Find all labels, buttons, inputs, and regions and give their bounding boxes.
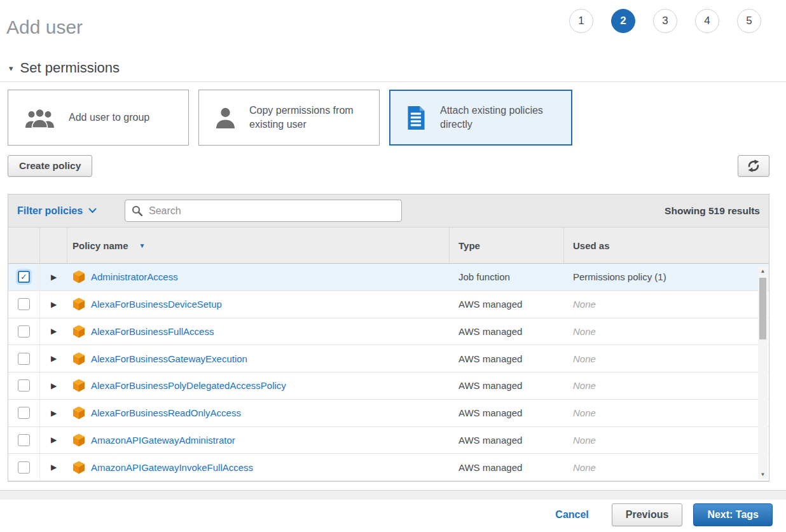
header-policy-name[interactable]: Policy name ▼: [67, 228, 450, 263]
row-checkbox[interactable]: ✓: [18, 434, 30, 446]
expand-row-icon[interactable]: ▶: [51, 409, 57, 418]
row-checkbox[interactable]: ✓: [18, 271, 30, 283]
policy-used-as-cell: None: [564, 407, 769, 418]
search-icon: [132, 205, 142, 216]
row-name-cell: AlexaForBusinessGatewayExecution: [67, 352, 450, 365]
policy-name-link[interactable]: AlexaForBusinessGatewayExecution: [91, 353, 247, 364]
policy-icon: [72, 461, 85, 474]
option-label: Attach existing policies directly: [440, 104, 558, 131]
cancel-button[interactable]: Cancel: [555, 509, 588, 521]
policy-icon: [72, 270, 85, 283]
policy-used-as-cell: Permissions policy (1): [564, 271, 769, 282]
row-select-cell: ✓: [8, 427, 40, 454]
scrollbar-thumb[interactable]: [759, 278, 766, 339]
policy-type-cell: Job function: [450, 271, 564, 282]
row-expand-cell: ▶: [40, 435, 67, 444]
expand-row-icon[interactable]: ▶: [51, 354, 57, 363]
footer-divider: [0, 490, 786, 500]
policy-name-link[interactable]: AlexaForBusinessPolyDelegatedAccessPolic…: [91, 380, 286, 391]
step-indicator: 12345: [569, 9, 761, 33]
section-divider: [0, 81, 786, 82]
permission-options: Add user to group Copy permissions from …: [8, 90, 572, 146]
refresh-button[interactable]: [738, 155, 769, 177]
table-filter-bar: Filter policies Showing 519 results: [8, 194, 769, 228]
policy-name-link[interactable]: AlexaForBusinessReadOnlyAccess: [91, 407, 241, 418]
step-5: 5: [737, 9, 761, 33]
policy-icon: [72, 406, 85, 419]
policy-icon: [72, 325, 85, 338]
row-name-cell: AmazonAPIGatewayInvokeFullAccess: [67, 461, 450, 474]
expand-row-icon[interactable]: ▶: [51, 381, 57, 390]
header-select-column: [8, 228, 40, 263]
document-icon: [406, 106, 426, 130]
option-add-user-to-group[interactable]: Add user to group: [8, 90, 189, 146]
policy-name-link[interactable]: AmazonAPIGatewayAdministrator: [91, 435, 235, 446]
policy-used-as-cell: None: [564, 435, 769, 446]
row-select-cell: ✓: [8, 345, 40, 372]
option-copy-permissions[interactable]: Copy permissions from existing user: [198, 90, 380, 146]
table-row[interactable]: ✓ ▶ AlexaForBusinessFullAccess AWS manag…: [8, 318, 769, 346]
vertical-scrollbar[interactable]: ▲ ▼: [758, 266, 768, 479]
row-select-cell: ✓: [8, 400, 40, 426]
policy-icon: [72, 379, 85, 392]
expand-row-icon[interactable]: ▶: [51, 435, 57, 444]
row-expand-cell: ▶: [40, 463, 67, 472]
row-checkbox[interactable]: ✓: [18, 379, 30, 392]
set-permissions-section-header[interactable]: ▾ Set permissions: [9, 60, 120, 76]
step-1: 1: [569, 9, 593, 33]
row-expand-cell: ▶: [40, 409, 67, 418]
collapse-caret-icon: ▾: [9, 64, 13, 73]
create-policy-button[interactable]: Create policy: [8, 155, 92, 177]
row-name-cell: AmazonAPIGatewayAdministrator: [67, 433, 450, 447]
row-name-cell: AlexaForBusinessFullAccess: [67, 325, 450, 338]
row-checkbox[interactable]: ✓: [18, 298, 30, 310]
policy-icon: [72, 433, 85, 447]
step-4: 4: [695, 9, 719, 33]
policy-type-cell: AWS managed: [450, 353, 564, 364]
policy-name-link[interactable]: AmazonAPIGatewayInvokeFullAccess: [91, 462, 253, 473]
row-name-cell: AlexaForBusinessPolyDelegatedAccessPolic…: [67, 379, 450, 392]
used-as-header-label: Used as: [573, 240, 610, 251]
option-attach-existing-policies[interactable]: Attach existing policies directly: [389, 90, 572, 146]
table-header-row: Policy name ▼ Type Used as: [8, 228, 769, 264]
policy-name-link[interactable]: AlexaForBusinessDeviceSetup: [91, 299, 222, 310]
policy-type-cell: AWS managed: [450, 380, 564, 391]
policy-used-as-cell: None: [564, 380, 769, 391]
table-body: ✓ ▶ AdministratorAccess Job function Per…: [8, 264, 769, 481]
next-tags-button[interactable]: Next: Tags: [693, 503, 773, 526]
table-row[interactable]: ✓ ▶ AdministratorAccess Job function Per…: [8, 264, 769, 291]
expand-row-icon[interactable]: ▶: [51, 273, 57, 282]
policy-type-cell: AWS managed: [450, 407, 564, 418]
search-input[interactable]: [148, 205, 395, 217]
table-row[interactable]: ✓ ▶ AlexaForBusinessPolyDelegatedAccessP…: [8, 372, 769, 400]
wizard-footer: Cancel Previous Next: Tags: [555, 503, 773, 526]
user-icon: [216, 107, 235, 128]
scroll-down-button[interactable]: ▼: [758, 470, 768, 479]
row-select-cell: ✓: [8, 264, 40, 290]
table-row[interactable]: ✓ ▶ AlexaForBusinessGatewayExecution AWS…: [8, 345, 769, 372]
table-row[interactable]: ✓ ▶ AmazonAPIGatewayAdministrator AWS ma…: [8, 427, 769, 454]
expand-row-icon[interactable]: ▶: [51, 463, 57, 472]
policy-name-link[interactable]: AlexaForBusinessFullAccess: [91, 326, 214, 337]
policy-used-as-cell: None: [564, 299, 769, 310]
table-row[interactable]: ✓ ▶ AlexaForBusinessReadOnlyAccess AWS m…: [8, 400, 769, 427]
row-name-cell: AlexaForBusinessDeviceSetup: [67, 297, 450, 311]
row-select-cell: ✓: [8, 318, 40, 345]
policy-name-link[interactable]: AdministratorAccess: [91, 271, 178, 282]
policy-type-cell: AWS managed: [450, 299, 564, 310]
row-name-cell: AdministratorAccess: [67, 270, 450, 283]
sort-desc-icon: ▼: [139, 242, 146, 249]
row-expand-cell: ▶: [40, 273, 67, 282]
row-checkbox[interactable]: ✓: [18, 325, 30, 338]
row-checkbox[interactable]: ✓: [18, 461, 30, 474]
expand-row-icon[interactable]: ▶: [51, 300, 57, 309]
section-title: Set permissions: [20, 60, 120, 76]
scroll-up-button[interactable]: ▲: [758, 266, 768, 276]
table-row[interactable]: ✓ ▶ AmazonAPIGatewayInvokeFullAccess AWS…: [8, 454, 769, 481]
row-checkbox[interactable]: ✓: [18, 353, 30, 365]
table-row[interactable]: ✓ ▶ AlexaForBusinessDeviceSetup AWS mana…: [8, 291, 769, 318]
previous-button[interactable]: Previous: [612, 503, 683, 526]
row-checkbox[interactable]: ✓: [18, 407, 30, 419]
filter-policies-dropdown[interactable]: Filter policies: [17, 205, 97, 217]
expand-row-icon[interactable]: ▶: [51, 327, 57, 336]
